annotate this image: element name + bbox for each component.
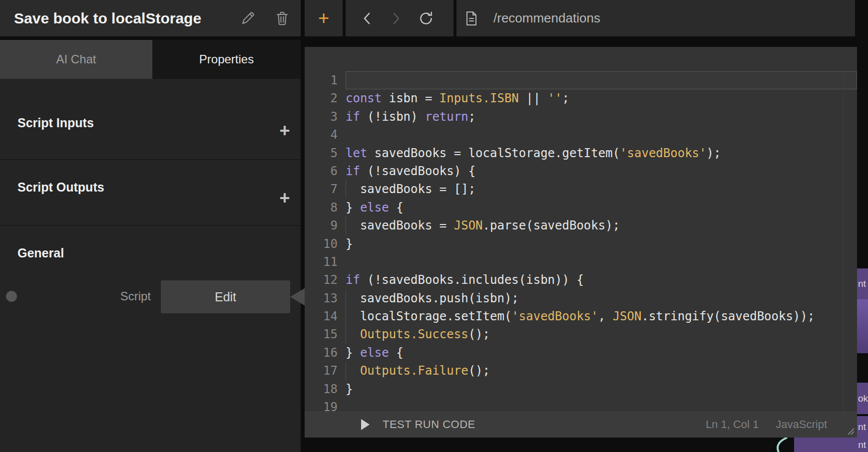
code-line[interactable]: 12if (!savedBooks.includes(isbn)) { xyxy=(305,271,857,289)
code-line[interactable]: 13 savedBooks.push(isbn); xyxy=(305,289,857,307)
editor-status-bar: TEST RUN CODE Ln 1, Col 1 JavaScript xyxy=(305,411,857,438)
code-text: if (!savedBooks.includes(isbn)) { xyxy=(346,271,584,289)
editor-popover-arrow xyxy=(290,288,305,306)
line-number: 1 xyxy=(305,71,339,89)
code-text: savedBooks.push(isbn); xyxy=(346,289,519,307)
line-number: 10 xyxy=(305,235,339,253)
code-line[interactable]: 18} xyxy=(305,380,857,398)
code-line[interactable]: 7 savedBooks = []; xyxy=(305,180,857,198)
line-number: 9 xyxy=(305,217,339,234)
line-number: 14 xyxy=(305,307,339,325)
line-number: 12 xyxy=(305,271,339,289)
indent-guide xyxy=(346,325,346,343)
code-text: } else { xyxy=(346,344,404,362)
section-divider xyxy=(0,159,301,160)
code-line[interactable]: 11 xyxy=(305,253,857,271)
section-general-label: General xyxy=(17,246,64,261)
code-line[interactable]: 4 xyxy=(305,126,857,144)
toolbar-add-segment: + xyxy=(305,0,343,36)
code-line[interactable]: 1 xyxy=(305,71,857,89)
add-script-output-button[interactable]: + xyxy=(275,188,295,208)
line-number: 19 xyxy=(305,398,339,411)
canvas-element-fragment: nt xyxy=(857,416,868,438)
line-number: 3 xyxy=(305,108,339,126)
add-script-input-button[interactable]: + xyxy=(275,121,295,141)
test-run-code-button[interactable]: TEST RUN CODE xyxy=(383,418,475,431)
line-number: 2 xyxy=(305,89,339,107)
language-badge: JavaScript xyxy=(776,418,827,431)
line-number: 8 xyxy=(305,199,339,217)
code-line[interactable]: 9 savedBooks = JSON.parse(savedBooks); xyxy=(305,217,857,234)
code-lines[interactable]: 12const isbn = Inputs.ISBN || '';3if (!i… xyxy=(305,47,857,411)
line-number: 15 xyxy=(305,325,339,343)
refresh-icon[interactable] xyxy=(419,11,434,26)
tab-ai-chat[interactable]: AI Chat xyxy=(0,40,152,79)
chart-curve-fragment xyxy=(770,438,793,452)
code-line[interactable]: 10} xyxy=(305,235,857,253)
code-line[interactable]: 14 localStorage.setItem('savedBooks', JS… xyxy=(305,307,857,325)
pencil-icon[interactable] xyxy=(240,10,256,26)
indent-guide xyxy=(346,217,346,234)
edit-script-button[interactable]: Edit xyxy=(161,280,290,313)
resize-handle-icon[interactable] xyxy=(847,427,856,436)
toolbar-nav-segment xyxy=(346,0,453,36)
code-text: Outputs.Success(); xyxy=(346,325,490,343)
chevron-left-icon[interactable] xyxy=(361,12,374,25)
code-line[interactable]: 6if (!savedBooks) { xyxy=(305,162,857,180)
properties-panel-body: Script Inputs + Script Outputs + General… xyxy=(0,79,301,452)
canvas-element-fragment xyxy=(857,299,868,353)
play-icon[interactable] xyxy=(361,419,370,430)
code-line[interactable]: 17 Outputs.Failure(); xyxy=(305,362,857,380)
panel-tabs: AI Chat Properties xyxy=(0,40,301,79)
code-text: localStorage.setItem('savedBooks', JSON.… xyxy=(346,307,815,325)
canvas-element-fragment: nt xyxy=(794,438,868,452)
indent-guide xyxy=(346,180,346,198)
code-line[interactable]: 16} else { xyxy=(305,344,857,362)
trash-icon[interactable] xyxy=(274,10,290,26)
binding-dot-icon[interactable] xyxy=(6,291,17,302)
code-line[interactable]: 8} else { xyxy=(305,199,857,217)
line-number: 18 xyxy=(305,380,339,398)
line-number: 16 xyxy=(305,344,339,362)
code-line[interactable]: 3if (!isbn) return; xyxy=(305,108,857,126)
line-number: 4 xyxy=(305,126,339,144)
code-text: } else { xyxy=(346,199,404,217)
code-line[interactable]: 15 Outputs.Success(); xyxy=(305,325,857,343)
cursor-position: Ln 1, Col 1 xyxy=(706,418,759,431)
indent-guide xyxy=(346,307,346,325)
plus-icon[interactable]: + xyxy=(318,0,329,36)
section-script-inputs-label: Script Inputs xyxy=(17,116,94,131)
script-panel-header: Save book to localStorage xyxy=(0,0,301,36)
code-text: let savedBooks = localStorage.getItem('s… xyxy=(346,144,721,162)
script-field-label: Script xyxy=(50,289,151,304)
code-text: if (!savedBooks) { xyxy=(346,162,475,180)
line-number: 7 xyxy=(305,180,339,198)
tab-properties[interactable]: Properties xyxy=(152,40,301,79)
line-number: 5 xyxy=(305,144,339,162)
code-text: } xyxy=(346,235,353,253)
indent-guide xyxy=(346,289,346,307)
section-divider xyxy=(0,225,301,226)
code-text: const isbn = Inputs.ISBN || ''; xyxy=(346,89,569,107)
toolbar-url-segment: /recommendations xyxy=(456,0,855,36)
chevron-right-icon[interactable] xyxy=(390,12,403,25)
editor-right-ruler xyxy=(843,71,844,411)
indent-guide xyxy=(346,362,346,380)
line-number: 6 xyxy=(305,162,339,180)
code-text: Outputs.Failure(); xyxy=(346,362,490,380)
code-editor-panel: 12const isbn = Inputs.ISBN || '';3if (!i… xyxy=(305,47,857,438)
code-text: savedBooks = JSON.parse(savedBooks); xyxy=(346,217,620,234)
code-line[interactable]: 5let savedBooks = localStorage.getItem('… xyxy=(305,144,857,162)
page-url[interactable]: /recommendations xyxy=(493,10,600,26)
section-script-outputs-label: Script Outputs xyxy=(17,180,104,195)
code-text: savedBooks = []; xyxy=(346,180,475,198)
script-title: Save book to localStorage xyxy=(14,0,201,36)
code-line[interactable]: 19 xyxy=(305,398,857,411)
code-text: } xyxy=(346,380,353,398)
canvas-element-fragment: ok xyxy=(857,383,868,414)
document-icon xyxy=(464,10,478,26)
line-number: 11 xyxy=(305,253,339,271)
code-line[interactable]: 2const isbn = Inputs.ISBN || ''; xyxy=(305,89,857,107)
code-text: if (!isbn) return; xyxy=(346,108,475,126)
line-number: 17 xyxy=(305,362,339,380)
